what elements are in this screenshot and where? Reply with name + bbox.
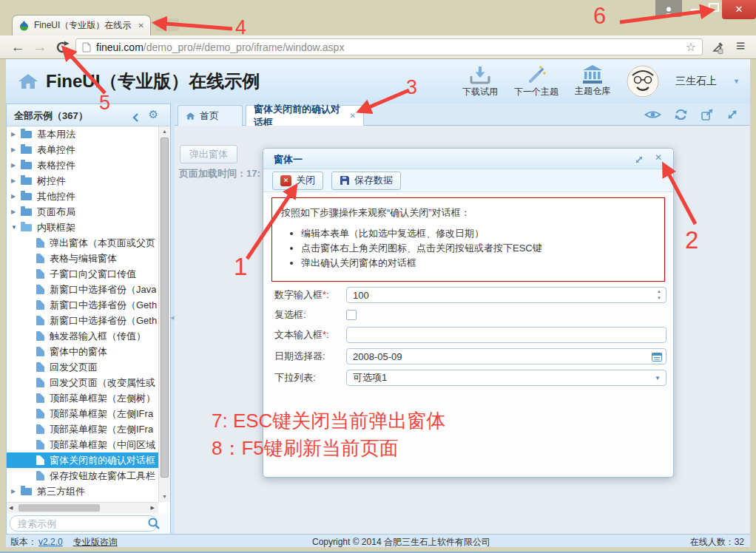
copyright: Copyright © 2014 合肥三生石上软件有限公司 [312, 536, 490, 549]
action-label: 下载试用 [462, 86, 498, 98]
tree-item[interactable]: 顶部菜单框架（左侧IFra [7, 406, 158, 421]
dialog-maximize-button[interactable] [635, 154, 644, 167]
tree-item[interactable]: 回发父页面（改变属性或 [7, 375, 158, 390]
dropdown-caret-icon[interactable]: ▼ [655, 375, 661, 381]
splitter-collapse-icon[interactable]: ◀ [170, 315, 174, 321]
document-icon [36, 378, 44, 387]
tree-item[interactable]: 表格与编辑窗体 [7, 251, 158, 266]
browser-tab[interactable]: FineUI（专业版）在线示 ✕ [12, 15, 151, 35]
user-menu-caret-icon[interactable]: ▼ [733, 78, 740, 85]
tree-item[interactable]: 顶部菜单框架（中间区域 [7, 437, 158, 452]
extension-dropper-button[interactable] [712, 40, 725, 57]
instructions-box: 按照如下步骤操作来观察“确认关闭”对话框： 编辑本表单（比如选中复选框、修改日期… [271, 197, 665, 282]
tab-confirm-dialog[interactable]: 窗体关闭前的确认对话框 ✕ [246, 105, 364, 126]
tree-item[interactable]: 保存按钮放在窗体工具栏 [7, 468, 158, 484]
forward-button[interactable]: → [30, 36, 50, 58]
save-icon [340, 175, 350, 186]
vertical-scrollbar[interactable]: ▲ ▼ [158, 126, 170, 502]
text-input[interactable] [346, 327, 666, 343]
tree-item-expanded[interactable]: ▼内联框架 [7, 220, 158, 235]
scroll-left-icon[interactable]: ◀ [9, 503, 13, 513]
tree-item[interactable]: ▶树控件 [7, 173, 158, 189]
person-icon [663, 6, 675, 17]
gear-icon[interactable]: ⚙ [149, 108, 158, 121]
tree-item[interactable]: ▶页面布局 [7, 204, 158, 220]
calendar-icon[interactable] [652, 351, 662, 364]
dialog-close-icon[interactable]: ✕ [655, 152, 662, 163]
search-input[interactable] [10, 515, 158, 532]
window-maximize-button[interactable] [704, 0, 723, 15]
tab-content: 弹出窗体 页面加载时间：17: 窗体一 ✕ ✕ 关闭 保存数据 [175, 126, 750, 534]
document-icon [36, 316, 44, 325]
dialog-titlebar[interactable]: 窗体一 ✕ [263, 149, 673, 169]
preview-eye-button[interactable] [644, 109, 661, 123]
scroll-right-icon[interactable]: ▶ [151, 503, 155, 513]
bookmark-star-icon[interactable]: ☆ [686, 41, 696, 53]
search-icon[interactable] [148, 518, 160, 532]
close-button[interactable]: ✕ 关闭 [272, 172, 323, 190]
date-input[interactable] [346, 348, 666, 364]
chevron-right-icon: ▶ [11, 208, 21, 215]
tree-item[interactable]: 新窗口中选择省份（Geth [7, 297, 158, 313]
document-icon [36, 300, 44, 310]
number-input[interactable] [346, 287, 666, 303]
tree-item[interactable]: 窗体中的窗体 [7, 344, 158, 359]
magic-wand-icon [527, 65, 547, 85]
version-link[interactable]: v2.2.0 [38, 537, 63, 547]
horizontal-scrollbar[interactable]: ◀ ▶ [7, 502, 158, 513]
header-actions: 下载试用 下一个主题 主题仓库 三生石上 ▼ [462, 63, 740, 100]
save-button-label: 保存数据 [354, 174, 393, 187]
tree-item[interactable]: ▶表格控件 [7, 157, 158, 173]
browser-menu-button[interactable]: ≡ [736, 37, 745, 55]
page-title: FineUI（专业版）在线示例 [46, 69, 260, 93]
next-theme-button[interactable]: 下一个主题 [514, 65, 558, 98]
action-label: 主题仓库 [575, 85, 610, 98]
window-minimize-button[interactable] [685, 0, 704, 15]
user-name[interactable]: 三生石上 [675, 75, 717, 88]
horizontal-scrollbar-thumb[interactable] [18, 504, 100, 512]
open-in-new-window-button[interactable] [701, 108, 714, 124]
fullscreen-expand-button[interactable] [726, 109, 738, 123]
tree-item-selected[interactable]: 窗体关闭前的确认对话框 [7, 452, 158, 468]
consult-link[interactable]: 专业版咨询 [73, 537, 118, 547]
address-bar[interactable]: fineui.com/demo_pro/#/demo_pro/iframe/wi… [75, 38, 703, 55]
tab-close-icon[interactable]: ✕ [138, 21, 144, 30]
back-button[interactable]: ← [7, 36, 28, 58]
tree-item[interactable]: 新窗口中选择省份（Java [7, 282, 158, 297]
save-data-button[interactable]: 保存数据 [331, 172, 401, 190]
theme-store-button[interactable]: 主题仓库 [575, 65, 610, 98]
checkbox-input[interactable] [346, 310, 357, 320]
reload-button[interactable] [55, 40, 70, 58]
tree-item[interactable]: 新窗口中选择省份（Geth [7, 313, 158, 328]
document-icon [36, 393, 44, 403]
bank-icon [581, 65, 604, 84]
tree-item[interactable]: 顶部菜单框架（左侧IFra [7, 421, 158, 437]
number-spinner[interactable]: ▲▼ [657, 288, 661, 302]
scroll-down-icon[interactable]: ▼ [159, 492, 170, 502]
popup-window-button[interactable]: 弹出窗体 [180, 145, 237, 163]
close-button-label: 关闭 [296, 174, 315, 187]
tree-item[interactable]: 顶部菜单框架（左侧树） [7, 390, 158, 406]
scroll-up-icon[interactable]: ▲ [159, 126, 170, 137]
tree-item[interactable]: ▶表单控件 [7, 142, 158, 157]
tree-item[interactable]: ▶基本用法 [7, 126, 158, 142]
tab-home[interactable]: 首页 [178, 105, 243, 126]
tree-item[interactable]: 弹出窗体（本页面或父页 [7, 235, 158, 251]
tree-item[interactable]: 回发父页面 [7, 359, 158, 375]
avatar[interactable] [627, 65, 659, 98]
sidebar-search-row [7, 513, 170, 534]
tree-item[interactable]: ▶其他控件 [7, 189, 158, 204]
vertical-scrollbar-thumb[interactable] [161, 138, 169, 478]
profile-button[interactable] [655, 0, 682, 17]
collapse-panel-button[interactable] [132, 112, 139, 125]
dropdown-select[interactable]: 可选项1 [346, 370, 666, 386]
download-trial-button[interactable]: 下载试用 [462, 65, 498, 98]
new-tab-button[interactable] [155, 18, 179, 31]
window-close-button[interactable]: ✕ [722, 0, 756, 19]
tree-item[interactable]: 触发器输入框（传值） [7, 328, 158, 344]
tab-close-icon[interactable]: ✕ [350, 112, 356, 120]
maximize-icon [709, 3, 719, 12]
tree-item[interactable]: ▶第三方组件 [7, 484, 158, 499]
refresh-button[interactable] [674, 108, 688, 124]
tree-item[interactable]: 子窗口向父窗口传值 [7, 266, 158, 282]
